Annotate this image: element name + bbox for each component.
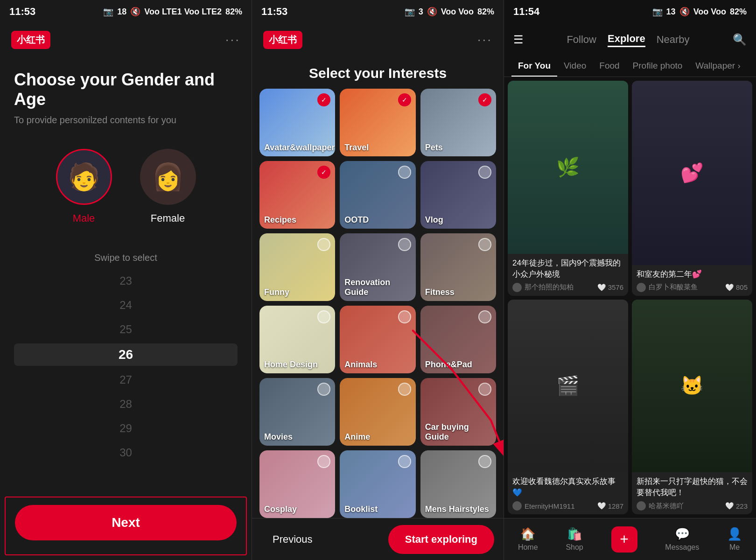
content-tab-video[interactable]: Video: [557, 56, 593, 77]
status-icons-1: 📷 18 🔇 Voo LTE1 Voo LTE2 82%: [103, 7, 242, 17]
check-anime: [398, 383, 411, 396]
interest-travel[interactable]: Travel ✓: [340, 89, 415, 156]
feed-title-2: 和室友的第二年💕: [637, 269, 748, 280]
page-subtitle: To provide personilzed contents for you: [14, 115, 238, 126]
shop-icon: 🛍️: [567, 527, 582, 541]
feed-info-4: 新招来一只打字超快的猫，不会要替代我吧！ 哈基米德吖 🤍 223: [632, 472, 752, 514]
female-label: Female: [151, 212, 185, 224]
interest-animals[interactable]: Animals: [340, 306, 415, 373]
feed-title-4: 新招来一只打字超快的猫，不会要替代我吧！: [637, 476, 748, 498]
status-time-3: 11:54: [513, 6, 539, 18]
author-avatar-2: [637, 283, 646, 292]
feed-card-4[interactable]: 🐱 新招来一只打字超快的猫，不会要替代我吧！ 哈基米德吖 🤍 223: [632, 300, 752, 515]
age-30: 30: [14, 442, 238, 463]
feed-card-3[interactable]: 🎬 欢迎收看魏德尔真实欢乐故事💙 EternityHM1911 🤍 1287: [508, 300, 628, 515]
status-time-2: 11:53: [261, 6, 287, 18]
nav-home[interactable]: 🏠 Home: [518, 527, 538, 552]
top-bar-1: 小红书 ···: [0, 23, 252, 56]
more-menu-2[interactable]: ···: [477, 32, 492, 47]
check-hairstyles: [478, 455, 491, 468]
nav-shop[interactable]: 🛍️ Shop: [566, 527, 583, 552]
tab-follow[interactable]: Follow: [567, 34, 596, 46]
start-exploring-button[interactable]: Start exploring: [388, 525, 494, 554]
previous-button[interactable]: Previous: [261, 526, 324, 553]
feed-meta-1: 那个拍照的知柏 🤍 3576: [512, 283, 623, 292]
female-avatar: 👩: [140, 149, 196, 205]
author-avatar-3: [512, 501, 522, 511]
interest-renovation[interactable]: Renovation Guide: [340, 233, 415, 301]
feed-card-2[interactable]: 💕 和室友的第二年💕 白罗卜和酸菜鱼 🤍 805: [632, 81, 752, 296]
check-ootd: [398, 166, 411, 179]
interest-recipes[interactable]: Recipes ✓: [259, 161, 335, 229]
check-fitness: [478, 238, 491, 251]
hamburger-icon[interactable]: ☰: [513, 33, 524, 46]
interest-funny[interactable]: Funny: [259, 233, 335, 301]
male-label: Male: [73, 212, 95, 224]
interest-vlog[interactable]: Vlog: [420, 161, 496, 229]
home-label: Home: [518, 543, 538, 552]
tab-nearby[interactable]: Nearby: [657, 34, 690, 46]
feed-info-2: 和室友的第二年💕 白罗卜和酸菜鱼 🤍 805: [632, 265, 752, 296]
search-icon[interactable]: 🔍: [733, 33, 747, 46]
gender-male[interactable]: 🧑 Male: [56, 149, 112, 224]
interest-cosplay[interactable]: Cosplay: [259, 450, 335, 518]
content-tab-profile[interactable]: Profile photo: [626, 56, 689, 77]
interest-pets[interactable]: Pets ✓: [420, 89, 496, 156]
feed-likes-1: 🤍 3576: [597, 283, 623, 292]
status-bar-2: 11:53 📷 3 🔇 Voo Voo 82%: [252, 0, 504, 23]
gender-female[interactable]: 👩 Female: [140, 149, 196, 224]
explore-top-tabs: Follow Explore Nearby: [567, 33, 689, 47]
nav-me[interactable]: 👤 Me: [727, 527, 742, 552]
me-icon: 👤: [727, 527, 742, 541]
gender-age-content: Choose your Gender and Age To provide pe…: [0, 56, 252, 492]
status-bar-1: 11:53 📷 18 🔇 Voo LTE1 Voo LTE2 82%: [0, 0, 252, 23]
check-animals: [398, 310, 411, 323]
shop-label: Shop: [566, 543, 583, 552]
content-tab-foryou[interactable]: For You: [511, 56, 557, 77]
age-29: 29: [14, 418, 238, 439]
age-23: 23: [14, 271, 238, 291]
next-button[interactable]: Next: [15, 505, 237, 540]
panel-explore: 11:54 📷 13 🔇 Voo Voo 82% ☰ Follow Explor…: [504, 0, 756, 560]
age-selector[interactable]: Swipe to select 23 24 25 26 27 28 29 30: [14, 252, 238, 492]
interest-avatar-wallpaper[interactable]: Avatar&wallpaper ✓: [259, 89, 335, 156]
feed-author-2: 白罗卜和酸菜鱼: [637, 283, 698, 292]
age-27: 27: [14, 370, 238, 390]
page-title: Choose your Gender and Age: [14, 70, 238, 109]
feed-card-1[interactable]: 🌿 24年徒步过，国内9个震撼我的小众户外秘境 那个拍照的知柏 🤍 3576: [508, 81, 628, 296]
check-phone: [478, 310, 491, 323]
interests-grid: Avatar&wallpaper ✓ Travel ✓ Pets ✓ Recip…: [252, 89, 504, 518]
interest-booklist[interactable]: Booklist: [340, 450, 415, 518]
interest-home-design[interactable]: Home Design: [259, 306, 335, 373]
content-tab-food[interactable]: Food: [593, 56, 626, 77]
feed-author-1: 那个拍照的知柏: [512, 283, 574, 292]
interest-ootd[interactable]: OOTD: [340, 161, 415, 229]
next-button-wrapper: Next: [5, 497, 247, 555]
interest-mens-hairstyles[interactable]: Mens Hairstyles: [420, 450, 496, 518]
messages-label: Messages: [665, 543, 699, 552]
create-button[interactable]: +: [611, 526, 637, 553]
panel-gender-age: 11:53 📷 18 🔇 Voo LTE1 Voo LTE2 82% 小红书 ·…: [0, 0, 252, 560]
tab-explore[interactable]: Explore: [608, 33, 645, 47]
explore-topbar: ☰ Follow Explore Nearby 🔍: [504, 23, 756, 56]
check-booklist: [398, 455, 411, 468]
content-tabs: For You Video Food Profile photo Wallpap…: [504, 56, 756, 77]
check-travel: ✓: [398, 93, 411, 106]
interest-anime[interactable]: Anime: [340, 378, 415, 446]
interest-fitness[interactable]: Fitness: [420, 233, 496, 301]
interest-phone-pad[interactable]: Phone&Pad: [420, 306, 496, 373]
more-menu-1[interactable]: ···: [225, 32, 240, 47]
author-avatar-1: [512, 283, 522, 292]
home-icon: 🏠: [520, 527, 535, 541]
check-renovation: [398, 238, 411, 251]
feed-meta-2: 白罗卜和酸菜鱼 🤍 805: [637, 283, 748, 292]
age-26[interactable]: 26: [14, 343, 238, 366]
age-25: 25: [14, 319, 238, 340]
interest-movies[interactable]: Movies: [259, 378, 335, 446]
interest-car-buying[interactable]: Car buying Guide: [420, 378, 496, 446]
feed-img-1: 🌿: [508, 81, 628, 254]
content-tab-wallpaper[interactable]: Wallpaper ›: [689, 56, 747, 77]
status-bar-3: 11:54 📷 13 🔇 Voo Voo 82%: [504, 0, 756, 23]
age-28: 28: [14, 394, 238, 414]
nav-messages[interactable]: 💬 Messages: [665, 527, 699, 552]
